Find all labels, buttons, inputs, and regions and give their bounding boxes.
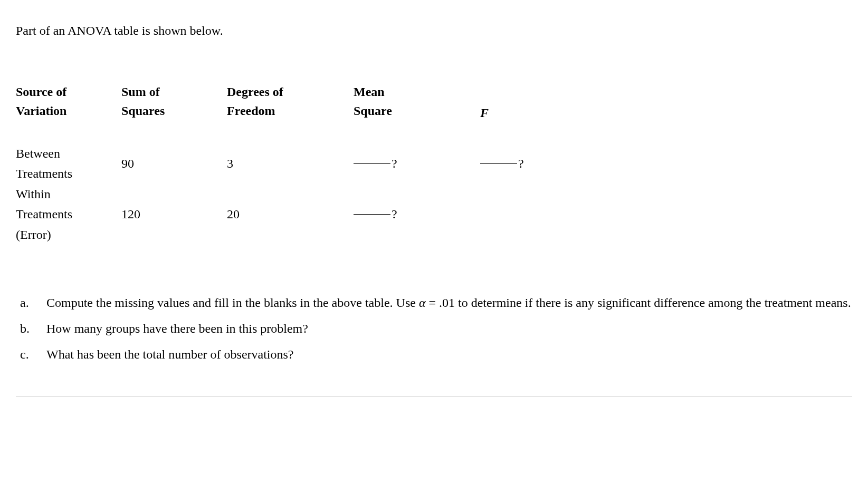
header-ms-line2: Square [354, 101, 480, 120]
blank-line-icon [354, 214, 390, 215]
header-f: F [480, 82, 586, 143]
row-between-label-2: Treatments [16, 167, 72, 180]
row-within-label: Within Treatments (Error) [16, 184, 121, 245]
row-between-label-1: Between [16, 147, 60, 160]
row-between-f: ? [480, 143, 586, 184]
row-within-f [480, 184, 586, 245]
header-df-line2: Freedom [227, 101, 354, 120]
header-ss: Sum of Squares [121, 82, 227, 143]
question-a-text: Compute the missing values and fill in t… [46, 292, 852, 314]
row-between-ss: 90 [121, 143, 227, 184]
question-b-label: b. [20, 318, 46, 340]
header-df: Degrees of Freedom [227, 82, 354, 143]
row-within-label-2: Treatments [16, 207, 72, 221]
intro-text: Part of an ANOVA table is shown below. [16, 21, 852, 40]
row-within-df: 20 [227, 184, 354, 245]
blank-line-icon [480, 163, 517, 164]
blank-line-icon [354, 163, 390, 164]
divider-line [16, 397, 852, 397]
question-c-text: What has been the total number of observ… [46, 344, 852, 365]
row-between-f-q: ? [518, 154, 524, 173]
header-ss-line1: Sum of [121, 82, 227, 101]
row-within-label-1: Within [16, 187, 51, 201]
row-within-ms-q: ? [392, 205, 397, 224]
header-ss-line2: Squares [121, 101, 227, 120]
header-source-line2: Variation [16, 101, 121, 120]
header-source-line1: Source of [16, 82, 121, 101]
row-between-ms-q: ? [392, 154, 397, 173]
header-source: Source of Variation [16, 82, 121, 143]
header-df-line1: Degrees of [227, 82, 354, 101]
question-b-text: How many groups have there been in this … [46, 318, 852, 340]
row-between-df: 3 [227, 143, 354, 184]
row-between-label: Between Treatments [16, 143, 121, 184]
row-between-ms: ? [354, 143, 480, 184]
row-within-label-3: (Error) [16, 228, 51, 241]
question-c-label: c. [20, 344, 46, 365]
header-ms: Mean Square [354, 82, 480, 143]
anova-table: Source of Variation Sum of Squares Degre… [16, 82, 852, 245]
row-within-ms: ? [354, 184, 480, 245]
question-a-part2: = .01 to determine if there is any signi… [425, 296, 851, 310]
question-a-label: a. [20, 292, 46, 314]
questions-block: a. Compute the missing values and fill i… [16, 292, 852, 365]
header-ms-line1: Mean [354, 82, 480, 101]
row-within-ss: 120 [121, 184, 227, 245]
question-a-part1: Compute the missing values and fill in t… [46, 296, 419, 310]
alpha-symbol: α [419, 296, 426, 310]
